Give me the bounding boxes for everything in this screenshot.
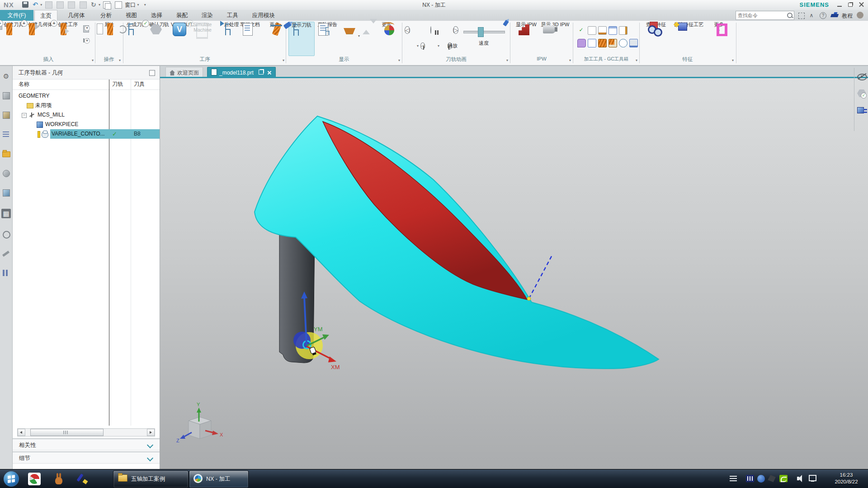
- create-geometry-button[interactable]: 创建几何体: [25, 22, 55, 55]
- rabbit-app-icon[interactable]: [52, 473, 65, 485]
- fullscreen-icon[interactable]: [798, 13, 805, 19]
- create-program-icon[interactable]: [83, 24, 91, 32]
- horizontal-scrollbar[interactable]: [17, 428, 155, 436]
- command-finder-input[interactable]: [736, 11, 788, 19]
- tray-nx-license-icon[interactable]: [757, 475, 765, 483]
- gc-tool-edit-icon[interactable]: [609, 39, 617, 47]
- find-feature-button[interactable]: 查找特征: [642, 22, 670, 55]
- play-button[interactable]: ▷: [453, 26, 458, 34]
- speed-slider-thumb[interactable]: [478, 27, 484, 37]
- show-3d-ipw-button[interactable]: 显示 3D IPW▾: [541, 22, 570, 55]
- minimize-button[interactable]: [835, 1, 844, 9]
- group-label-gc-toolbox[interactable]: 加工工具 - GC工具箱▾: [574, 56, 639, 64]
- tree-row-geometry[interactable]: GEOMETRY: [13, 91, 160, 101]
- tab-view[interactable]: 视图: [120, 10, 142, 21]
- chevron-down-icon[interactable]: [147, 442, 153, 448]
- tool-display-icon[interactable]: ▾: [342, 27, 358, 42]
- go-to-start-button[interactable]: ◁: [420, 42, 425, 49]
- taskbar-nx-button[interactable]: NX - 加工: [189, 470, 249, 488]
- verify-part-icon[interactable]: [857, 89, 867, 99]
- assembly-tree-icon[interactable]: [857, 106, 867, 116]
- scrollbar-thumb[interactable]: [30, 429, 104, 436]
- group-label-animation[interactable]: 刀轨动画▾: [403, 56, 509, 64]
- tab-file[interactable]: 文件(F): [0, 10, 33, 21]
- volume-icon[interactable]: [797, 475, 805, 482]
- help-icon[interactable]: ?: [820, 12, 826, 19]
- tray-eagle-icon[interactable]: [768, 475, 776, 482]
- properties-button[interactable]: 属性▾: [99, 22, 120, 55]
- scroll-left-button[interactable]: [18, 429, 25, 436]
- group-label-insert[interactable]: 插入▾: [2, 56, 95, 64]
- gc-document-icon[interactable]: [588, 26, 596, 35]
- tab-application[interactable]: 应用模块: [247, 10, 280, 21]
- tree-row-workpiece[interactable]: WORKPIECE: [13, 120, 160, 129]
- tutorial-label[interactable]: 教程: [842, 12, 853, 20]
- collapse-expander-icon[interactable]: −: [22, 113, 27, 118]
- scroll-right-button[interactable]: [147, 429, 155, 436]
- tools-palette-icon[interactable]: [1, 249, 11, 258]
- gc-list-icon[interactable]: [609, 26, 617, 35]
- minimize-ribbon-icon[interactable]: ∧: [807, 11, 816, 19]
- display-more-button[interactable]: 更多▾: [375, 22, 398, 55]
- user-avatar[interactable]: [857, 12, 863, 19]
- assembly-navigator-icon[interactable]: [1, 91, 11, 100]
- operation-navigator-icon[interactable]: [1, 149, 11, 159]
- tab-selection[interactable]: 选择: [146, 10, 168, 21]
- tree-row-unused[interactable]: 未用项: [13, 101, 160, 110]
- tree-row-mcs-mill[interactable]: − MCS_MILL: [13, 110, 160, 120]
- network-icon[interactable]: [809, 475, 816, 481]
- column-tool[interactable]: 刀具: [134, 80, 145, 88]
- create-tool-button[interactable]: 创建刀具: [3, 22, 24, 55]
- tab-analysis[interactable]: 分析: [95, 10, 117, 21]
- toolpath-report-button[interactable]: 刀轨报告: [316, 22, 339, 55]
- tutorial-cap-icon[interactable]: [830, 14, 839, 17]
- operations-more-button[interactable]: 更多▾: [264, 22, 285, 55]
- constraint-navigator-icon[interactable]: [1, 110, 11, 120]
- group-label-operation[interactable]: 操作▾: [96, 56, 122, 64]
- command-finder[interactable]: [736, 11, 794, 20]
- templates-icon[interactable]: [1, 268, 11, 278]
- gc-time-icon[interactable]: [619, 39, 627, 47]
- shop-documentation-button[interactable]: 车间文档: [238, 22, 262, 55]
- show-hidden-icons[interactable]: [730, 476, 737, 481]
- system-clock[interactable]: 16:23 2020/8/22: [828, 472, 864, 485]
- process-assistant-icon[interactable]: [1, 188, 11, 197]
- tab-assemblies[interactable]: 装配: [171, 10, 193, 21]
- roles-gear-icon[interactable]: ⚙: [1, 71, 11, 81]
- tab-geometry[interactable]: 几何体: [62, 10, 90, 21]
- speed-slider-track[interactable]: [463, 31, 505, 33]
- create-method-icon[interactable]: [83, 37, 91, 45]
- column-toolpath[interactable]: 刀轨: [112, 80, 123, 88]
- show-toolpath-button[interactable]: 显示刀轨: [288, 22, 315, 56]
- start-button[interactable]: [4, 471, 19, 487]
- section-details[interactable]: 细节: [13, 451, 160, 464]
- gc-check-icon[interactable]: ✓: [577, 26, 585, 34]
- pause-button[interactable]: [430, 26, 431, 34]
- gc-report-icon[interactable]: [588, 39, 596, 47]
- create-operation-button[interactable]: 创建工序: [57, 22, 79, 55]
- tab-tools[interactable]: 工具: [222, 10, 244, 21]
- machine-navigator-icon[interactable]: [1, 169, 11, 178]
- close-button[interactable]: [857, 1, 866, 9]
- start-dropdown-icon[interactable]: ▾: [417, 42, 419, 50]
- graphics-viewport[interactable]: YM XM Y X Z: [160, 78, 868, 469]
- group-label-ipw[interactable]: IPW▾: [511, 56, 572, 64]
- nvidia-settings-icon[interactable]: [779, 475, 788, 482]
- chevron-down-icon[interactable]: [147, 455, 153, 461]
- group-label-display[interactable]: 显示▾: [287, 56, 401, 64]
- restore-doc-icon[interactable]: [259, 70, 264, 75]
- history-clock-icon[interactable]: [1, 230, 11, 239]
- section-dependencies[interactable]: 相关性: [13, 438, 160, 450]
- tree-row-variable-contour[interactable]: VARIABLE_CONTO... ✓ B8: [13, 129, 160, 139]
- search-icon[interactable]: [787, 13, 793, 18]
- screen-recorder-icon[interactable]: [28, 473, 41, 485]
- show-ipw-button[interactable]: 显示 IPW: [514, 22, 539, 55]
- machine-tool-navigator-icon[interactable]: ▦: [1, 209, 11, 218]
- hide-eye-icon[interactable]: [857, 71, 867, 81]
- group-label-operations[interactable]: 工序▾: [124, 56, 286, 64]
- group-label-feature[interactable]: 特征▾: [640, 56, 735, 64]
- gc-tool-library-icon[interactable]: [598, 39, 607, 47]
- close-doc-icon[interactable]: [267, 70, 272, 75]
- end-dropdown-icon[interactable]: ▾: [438, 42, 439, 50]
- create-feature-process-button[interactable]: 创建特征工艺: [671, 22, 706, 55]
